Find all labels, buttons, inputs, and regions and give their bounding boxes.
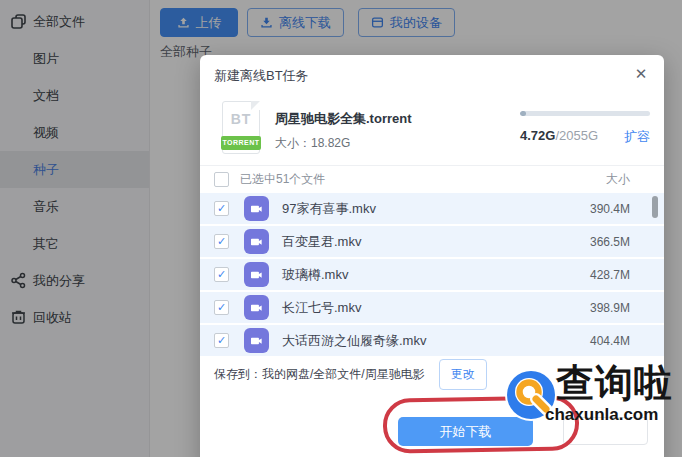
save-path-text: 保存到：我的网盘/全部文件/周星驰电影 [214,366,425,383]
video-file-icon [244,229,269,254]
video-file-icon [244,262,269,287]
save-path-row: 保存到：我的网盘/全部文件/周星驰电影 更改 [214,359,487,389]
watermark-domain: chaxunla.com [545,405,658,425]
page-fold [251,101,260,110]
watermark: 查询啦 chaxunla.com [504,361,682,431]
torrent-name: 周星驰电影全集.torrent [275,110,412,128]
file-size: 390.4M [590,202,630,216]
file-name: 长江七号.mkv [282,299,361,317]
file-checkbox[interactable]: ✓ [214,333,229,348]
file-list: ✓ 97家有喜事.mkv 390.4M ✓ 百变星君.mkv 366.5M ✓ … [200,193,664,358]
torrent-size: 大小：18.82G [275,135,350,152]
file-size: 398.9M [590,301,630,315]
quota-used: 4.72G [520,128,555,143]
dialog-title: 新建离线BT任务 [214,67,309,85]
expand-quota-link[interactable]: 扩容 [624,128,650,146]
file-row[interactable]: ✓ 大话西游之仙履奇缘.mkv 404.4M [200,325,664,356]
file-list-header: 已选中51个文件 大小 [200,165,664,192]
video-file-icon [244,196,269,221]
file-checkbox[interactable]: ✓ [214,300,229,315]
file-size: 404.4M [590,334,630,348]
file-name: 百变星君.mkv [282,233,361,251]
watermark-brand: 查询啦 [556,358,673,409]
close-icon[interactable]: ✕ [631,64,651,84]
list-scrollbar-thumb[interactable] [652,196,658,218]
file-row[interactable]: ✓ 玻璃樽.mkv 428.7M [200,259,664,290]
torrent-icon-banner: TORRENT [221,136,261,150]
change-path-button[interactable]: 更改 [439,359,487,390]
size-column-header: 大小 [606,171,630,188]
video-file-icon [244,295,269,320]
selected-summary: 已选中51个文件 [240,171,325,188]
torrent-icon-label: BT [223,111,259,127]
quota-progress-fill [520,111,526,116]
quota-text: 4.72G/2055G [520,128,598,143]
file-checkbox[interactable]: ✓ [214,234,229,249]
file-name: 大话西游之仙履奇缘.mkv [282,332,426,350]
video-file-icon [244,328,269,353]
file-size: 366.5M [590,235,630,249]
screen: 全部文件 图片 文档 视频 种子 音乐 其它 [0,0,682,457]
file-name: 97家有喜事.mkv [282,200,376,218]
file-row[interactable]: ✓ 长江七号.mkv 398.9M [200,292,664,323]
torrent-file-icon: BT TORRENT [222,101,260,154]
file-checkbox[interactable]: ✓ [214,267,229,282]
file-row[interactable]: ✓ 97家有喜事.mkv 390.4M [200,193,664,224]
quota-total: /2055G [555,128,598,143]
quota-progress-bar [520,111,650,116]
file-name: 玻璃樽.mkv [282,266,348,284]
select-all-checkbox[interactable] [214,172,229,187]
file-row[interactable]: ✓ 百变星君.mkv 366.5M [200,226,664,257]
file-size: 428.7M [590,268,630,282]
file-checkbox[interactable]: ✓ [214,201,229,216]
